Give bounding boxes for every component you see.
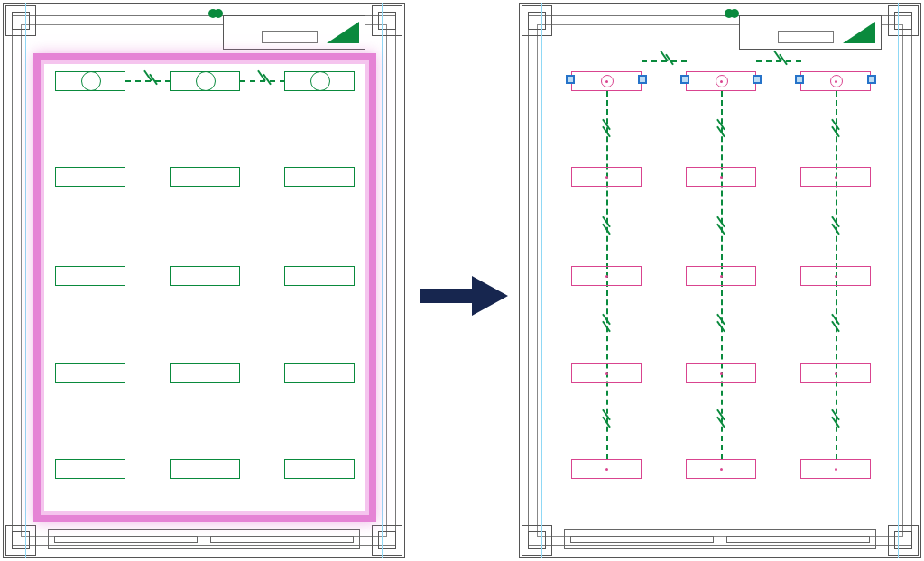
luminaire [686, 167, 756, 187]
door-threshold [262, 31, 318, 43]
luminaire [55, 167, 125, 187]
luminaire-row [55, 266, 355, 290]
luminaire [571, 266, 642, 286]
junction-box-icon [795, 75, 804, 84]
luminaire [571, 459, 642, 479]
arrow-shape [420, 276, 508, 316]
luminaire [686, 363, 756, 383]
construction-line-v [382, 3, 383, 558]
luminaire [800, 363, 871, 383]
luminaire-row [55, 167, 355, 190]
luminaire-circle-icon [81, 71, 101, 91]
luminaire [800, 266, 871, 286]
luminaire [55, 363, 125, 383]
luminaire [55, 266, 125, 286]
corner-pier [522, 5, 552, 36]
corner-pier [522, 525, 552, 556]
luminaire [170, 167, 240, 187]
luminaire [170, 363, 240, 383]
luminaire-circle-icon [830, 75, 843, 87]
luminaire-circle-icon [196, 71, 216, 91]
luminaire-circle-icon [716, 75, 728, 87]
door-leaf-icon [327, 22, 359, 43]
luminaire [571, 363, 642, 383]
corner-pier [5, 525, 36, 556]
construction-line-v [898, 3, 899, 558]
plan-after [519, 3, 921, 558]
luminaire [284, 167, 355, 187]
junction-box-icon [867, 75, 876, 84]
junction-box-icon [638, 75, 647, 84]
luminaire-row [571, 363, 871, 387]
junction-box-icon [566, 75, 575, 84]
luminaire [686, 266, 756, 286]
door-hinge-dot [214, 9, 223, 18]
luminaire-row [571, 167, 871, 190]
swing-door-frame [739, 15, 882, 50]
luminaire-circle-icon [310, 71, 330, 91]
luminaire [800, 459, 871, 479]
luminaire-grid [571, 71, 871, 495]
door-threshold [778, 31, 834, 43]
construction-line-v [541, 3, 542, 558]
corner-pier [888, 5, 919, 36]
arrow-right-icon [420, 276, 508, 316]
junction-box-icon [753, 75, 762, 84]
luminaire-row [55, 363, 355, 387]
comparison-figure [0, 0, 924, 561]
luminaire-row [571, 459, 871, 483]
corner-pier [888, 525, 919, 556]
corner-pier [372, 525, 402, 556]
luminaire-grid [55, 71, 355, 495]
luminaire [170, 459, 240, 479]
construction-line-v [25, 3, 26, 558]
wiring-chain [756, 60, 801, 62]
luminaire-circle-icon [601, 75, 614, 87]
sliding-door [564, 529, 876, 549]
luminaire-row [55, 71, 355, 95]
wiring-chain [642, 60, 687, 62]
corner-pier [372, 5, 402, 36]
swing-door-frame [223, 15, 365, 50]
door-leaf-icon [843, 22, 875, 43]
corner-pier [5, 5, 36, 36]
junction-box-icon [680, 75, 689, 84]
luminaire [55, 459, 125, 479]
luminaire-row [571, 266, 871, 290]
luminaire [800, 167, 871, 187]
luminaire [571, 167, 642, 187]
plan-before [3, 3, 405, 558]
luminaire [284, 459, 355, 479]
luminaire-row [571, 71, 871, 95]
luminaire [170, 266, 240, 286]
luminaire [284, 363, 355, 383]
luminaire [686, 459, 756, 479]
luminaire-row [55, 459, 355, 483]
luminaire [284, 266, 355, 286]
door-hinge-dot [730, 9, 739, 18]
sliding-door [48, 529, 360, 549]
